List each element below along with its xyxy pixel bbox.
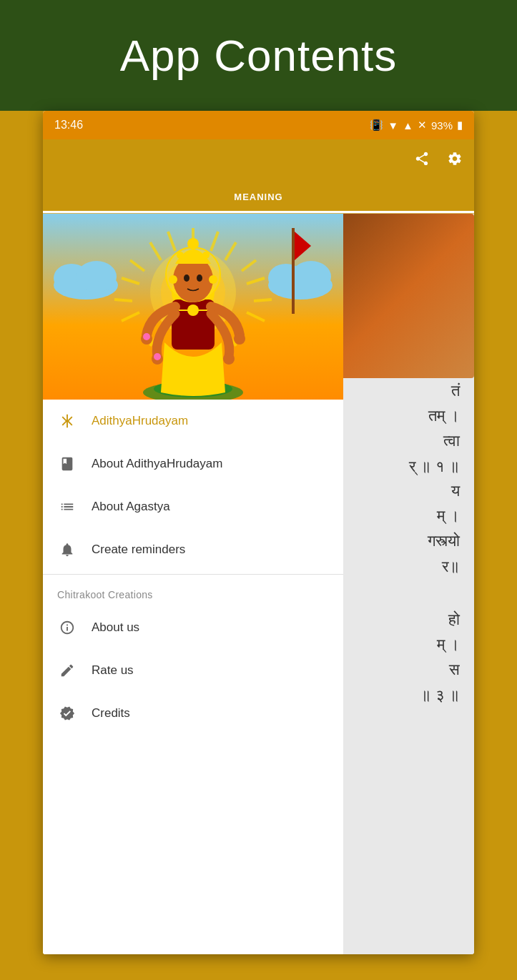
info-icon	[57, 618, 77, 638]
status-icons: 📳 ▼ ▲ ✕ 93% ▮	[370, 119, 463, 132]
menu-label-credits: Credits	[92, 706, 130, 721]
svg-point-31	[187, 238, 199, 249]
battery-icon: ▮	[457, 119, 463, 132]
sanskrit-s3: हो म् । स ॥ ३ ॥	[420, 607, 460, 708]
book-icon	[57, 454, 77, 474]
svg-point-20	[77, 261, 117, 292]
signal-icon: ▲	[403, 119, 413, 132]
svg-point-34	[184, 274, 189, 282]
bell-icon	[57, 540, 77, 560]
settings-icon[interactable]	[447, 151, 463, 171]
menu-item-rate-us[interactable]: Rate us	[43, 649, 343, 692]
svg-point-42	[143, 333, 150, 340]
menu-item-about-adithya[interactable]: About AdithyaHrudayam	[43, 442, 343, 485]
menu-item-adithyahrudayam[interactable]: AdithyaHrudayam	[43, 400, 343, 442]
cloud-left-svg	[50, 257, 122, 300]
tab-meaning[interactable]: MEANING	[43, 182, 474, 213]
svg-point-36	[169, 275, 177, 284]
sanskrit-s2: य म् । गस्त्यो र॥	[428, 478, 460, 579]
edit-icon	[57, 660, 77, 680]
flag-svg	[272, 228, 315, 314]
menu-label-reminders: Create reminders	[92, 543, 185, 557]
share-icon[interactable]	[414, 151, 430, 171]
battery-percent: 93%	[431, 119, 453, 132]
app-toolbar	[43, 139, 474, 182]
menu-item-about-us[interactable]: About us	[43, 606, 343, 649]
top-banner: App Contents	[0, 0, 517, 111]
sanskrit-s1: तं तम् । त्वा र् ॥ १ ॥	[409, 378, 460, 479]
list-icon	[57, 497, 77, 517]
svg-point-43	[154, 353, 161, 360]
phone-frame: 13:46 📳 ▼ ▲ ✕ 93% ▮ MEANING	[43, 111, 474, 954]
deity-svg	[122, 228, 265, 400]
menu-label-rate-us: Rate us	[92, 663, 134, 678]
menu-item-reminders[interactable]: Create reminders	[43, 528, 343, 571]
svg-point-35	[197, 274, 202, 282]
svg-point-37	[209, 275, 217, 284]
banner-title: App Contents	[120, 30, 398, 81]
wifi-icon: ▼	[388, 119, 398, 132]
svg-rect-44	[292, 228, 295, 314]
check-badge-icon	[57, 703, 77, 723]
status-time: 13:46	[54, 119, 83, 132]
svg-point-39	[234, 333, 245, 345]
menu-label-about-us: About us	[92, 620, 139, 635]
svg-point-32	[177, 252, 184, 259]
status-bar: 13:46 📳 ▼ ▲ ✕ 93% ▮	[43, 111, 474, 139]
menu-item-about-agastya[interactable]: About Agastya	[43, 485, 343, 528]
nav-drawer: AdithyaHrudayam About AdithyaHrudayam	[43, 214, 343, 954]
bg-image	[331, 214, 474, 378]
no-data-icon: ✕	[418, 119, 427, 132]
vibrate-icon: 📳	[370, 119, 383, 132]
menu-label-adithya: AdithyaHrudayam	[92, 414, 188, 428]
asterisk-icon	[57, 411, 77, 431]
tabs-bar: MEANING	[43, 182, 474, 214]
drawer-divider	[43, 574, 343, 575]
menu-label-about-agastya: About Agastya	[92, 500, 170, 514]
menu-item-credits[interactable]: Credits	[43, 692, 343, 735]
drawer-section-header: Chitrakoot Creations	[43, 578, 343, 606]
drawer-header	[43, 214, 343, 400]
menu-label-about-adithya: About AdithyaHrudayam	[92, 457, 222, 471]
svg-point-33	[202, 252, 210, 259]
drawer-menu: AdithyaHrudayam About AdithyaHrudayam	[43, 400, 343, 954]
svg-point-41	[223, 353, 235, 365]
content-area: तं तम् । त्वा र् ॥ १ ॥ य म् । गस्त्यो र॥…	[43, 214, 474, 954]
